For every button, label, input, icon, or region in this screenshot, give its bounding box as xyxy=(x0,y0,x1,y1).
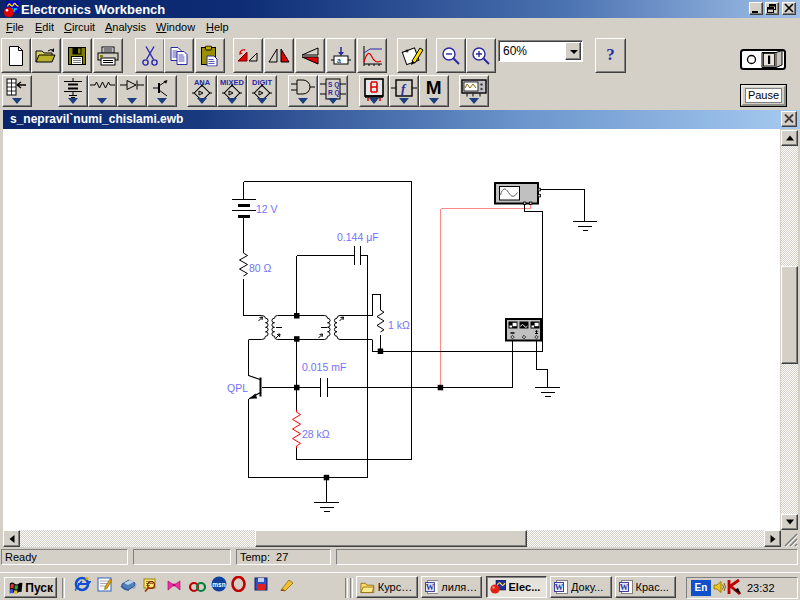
svg-text:QPL: QPL xyxy=(227,382,248,394)
svg-text:0.144 μF: 0.144 μF xyxy=(337,231,379,243)
svg-text:f: f xyxy=(401,81,407,96)
svg-text:0.015 mF: 0.015 mF xyxy=(302,361,346,373)
svg-text:28 kΩ: 28 kΩ xyxy=(302,428,330,440)
svg-text:msn: msn xyxy=(212,581,225,588)
svg-text:80 Ω: 80 Ω xyxy=(249,262,272,274)
svg-text:12 V: 12 V xyxy=(256,203,278,215)
svg-text:1 kΩ: 1 kΩ xyxy=(388,319,410,331)
svg-text:W: W xyxy=(425,583,434,592)
svg-text:W: W xyxy=(555,582,564,592)
svg-text:S Q: S Q xyxy=(328,81,339,89)
svg-text:a: a xyxy=(337,57,341,64)
svg-text:W: W xyxy=(619,582,628,592)
svg-text:R Q: R Q xyxy=(328,89,340,97)
